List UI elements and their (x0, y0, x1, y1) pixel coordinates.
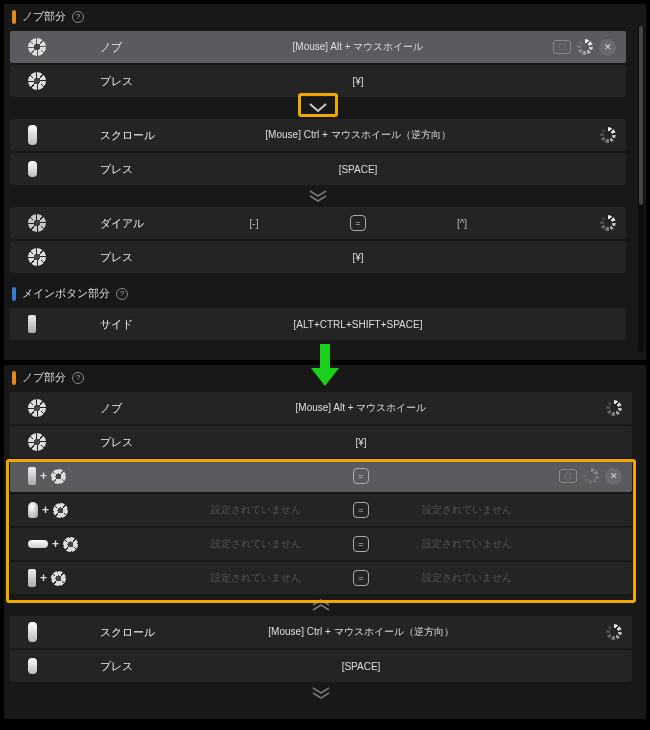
loading-spinner-icon[interactable] (606, 400, 622, 416)
center-key-icon[interactable]: = (350, 215, 366, 231)
side-button-icon (28, 315, 36, 333)
row-knob[interactable]: ノブ [Mouse] Alt + マウスホイール ⬚ (10, 31, 626, 63)
wheel-icon (28, 125, 37, 145)
row-combo[interactable]: + 設定されていません = 設定されていません (10, 528, 632, 560)
clear-button[interactable] (599, 39, 616, 56)
row-label: ノブ (100, 401, 170, 416)
gear-icon (53, 503, 68, 518)
row-binding-right: 設定されていません (381, 571, 552, 585)
row-label: ノブ (100, 40, 170, 55)
plus-icon: + (42, 503, 49, 517)
section-title: メインボタン部分 (22, 286, 110, 301)
gear-icon (28, 72, 46, 90)
center-key-icon[interactable]: = (353, 536, 369, 552)
row-scroll-press[interactable]: プレス [SPACE] (10, 153, 626, 185)
plus-icon: + (52, 537, 59, 551)
clear-button[interactable] (605, 468, 622, 485)
wheel-icon (28, 161, 37, 177)
section-title: ノブ部分 (22, 9, 66, 24)
row-label: プレス (100, 435, 170, 450)
section-title: ノブ部分 (22, 370, 66, 385)
gear-icon (28, 399, 46, 417)
row-label: スクロール (100, 128, 170, 143)
gear-icon (28, 248, 46, 266)
row-binding: [¥] (170, 252, 546, 263)
row-binding-left: 設定されていません (170, 503, 341, 517)
section-bar-icon (12, 10, 16, 24)
row-binding-right: [^] (378, 218, 546, 229)
center-key-icon[interactable]: = (353, 570, 369, 586)
mode-badge-icon[interactable]: ⬚ (559, 469, 577, 483)
row-binding-left: 設定されていません (170, 537, 341, 551)
side-button-icon (28, 467, 36, 485)
row-label: ダイアル (100, 216, 170, 231)
side-button-icon (28, 569, 36, 587)
row-scroll[interactable]: スクロール [Mouse] Ctrl + マウスホイール（逆方向） (10, 616, 632, 648)
row-dial-press[interactable]: プレス [¥] (10, 241, 626, 273)
row-binding: [¥] (170, 76, 546, 87)
row-label: プレス (100, 74, 170, 89)
gear-icon (51, 571, 66, 586)
help-icon[interactable]: ? (72, 11, 84, 23)
plus-icon: + (40, 469, 47, 483)
row-label: プレス (100, 250, 170, 265)
center-key-icon[interactable]: = (353, 468, 369, 484)
help-icon[interactable]: ? (72, 372, 84, 384)
gear-icon (51, 469, 66, 484)
row-scroll-press[interactable]: プレス [SPACE] (10, 650, 632, 682)
gear-icon (28, 38, 46, 56)
expand-toggle[interactable] (4, 187, 632, 205)
section-bar-icon (12, 287, 16, 301)
expand-toggle[interactable] (4, 684, 638, 702)
row-binding: [ALT+CTRL+SHIFT+SPACE] (170, 319, 546, 330)
loading-spinner-icon[interactable] (583, 468, 599, 484)
panel-after: ノブ部分 ? ノブ [Mouse] Alt + マウスホイール プレス [¥] … (3, 364, 647, 720)
center-key-icon[interactable]: = (353, 502, 369, 518)
row-combo[interactable]: + 設定されていません = 設定されていません (10, 562, 632, 594)
pill-button-icon (28, 540, 48, 548)
wheel-icon (28, 622, 37, 642)
row-label: サイド (100, 317, 170, 332)
row-binding: [Mouse] Alt + マウスホイール (170, 401, 552, 415)
row-label: プレス (100, 162, 170, 177)
section-bar-icon (12, 371, 16, 385)
loading-spinner-icon[interactable] (606, 624, 622, 640)
row-binding-right: 設定されていません (381, 537, 552, 551)
row-binding: [¥] (170, 437, 552, 448)
row-knob[interactable]: ノブ [Mouse] Alt + マウスホイール (10, 392, 632, 424)
row-side[interactable]: サイド [ALT+CTRL+SHIFT+SPACE] (10, 308, 626, 340)
scrollbar[interactable] (638, 26, 644, 352)
loading-spinner-icon[interactable] (600, 215, 616, 231)
loading-spinner-icon[interactable] (600, 127, 616, 143)
arrow-annotation-icon (305, 342, 345, 390)
gear-icon (28, 433, 46, 451)
mode-badge-icon[interactable]: ⬚ (553, 40, 571, 54)
row-binding: [SPACE] (170, 164, 546, 175)
row-binding-left: 設定されていません (170, 571, 341, 585)
wheel-icon (28, 658, 37, 674)
row-combo[interactable]: + 設定されていません = 設定されていません (10, 494, 632, 526)
section-mainbutton-header: メインボタン部分 ? (4, 281, 632, 306)
row-binding-left: [-] (170, 218, 338, 229)
collapse-toggle[interactable] (4, 596, 638, 614)
row-binding: [Mouse] Ctrl + マウスホイール（逆方向） (170, 128, 546, 142)
row-press[interactable]: プレス [¥] (10, 426, 632, 458)
row-binding-right: 設定されていません (381, 503, 552, 517)
help-icon[interactable]: ? (116, 288, 128, 300)
row-label: プレス (100, 659, 170, 674)
loading-spinner-icon[interactable] (577, 39, 593, 55)
round-button-icon (28, 502, 38, 518)
row-dial[interactable]: ダイアル [-] = [^] (10, 207, 626, 239)
row-binding: [Mouse] Ctrl + マウスホイール（逆方向） (170, 625, 552, 639)
row-press[interactable]: プレス [¥] (10, 65, 626, 97)
panel-before: ノブ部分 ? ノブ [Mouse] Alt + マウスホイール ⬚ プレス [¥… (3, 3, 647, 361)
row-binding: [SPACE] (170, 661, 552, 672)
row-label: スクロール (100, 625, 170, 640)
gear-icon (63, 537, 78, 552)
section-knob-header: ノブ部分 ? (4, 4, 632, 29)
row-scroll[interactable]: スクロール [Mouse] Ctrl + マウスホイール（逆方向） (10, 119, 626, 151)
row-binding: [Mouse] Alt + マウスホイール (170, 40, 546, 54)
expand-toggle[interactable] (4, 99, 632, 117)
plus-icon: + (40, 571, 47, 585)
row-combo[interactable]: + = ⬚ (10, 460, 632, 492)
